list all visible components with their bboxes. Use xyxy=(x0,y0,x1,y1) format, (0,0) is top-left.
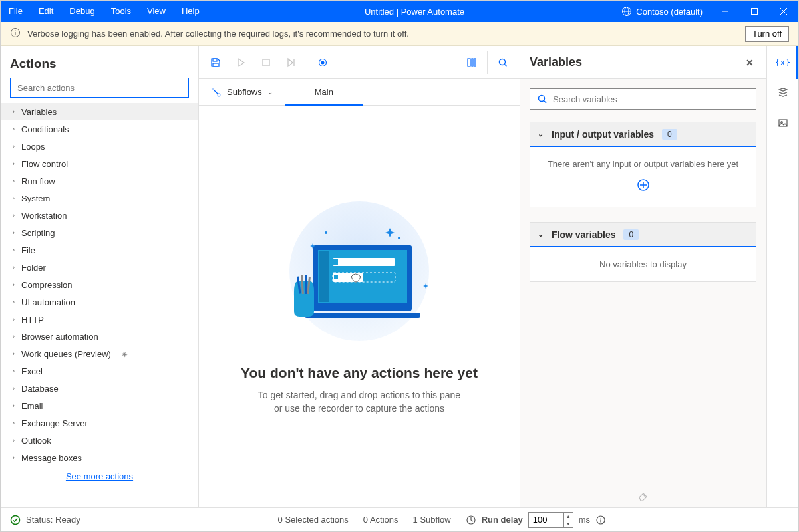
io-variables-body: There aren't any input or output variabl… xyxy=(530,147,756,207)
action-group-work-queues[interactable]: ›Work queues (Preview)◈ xyxy=(1,345,198,362)
chevron-down-icon: ⌄ xyxy=(538,230,544,239)
add-io-variable-button[interactable] xyxy=(537,178,749,195)
flow-variables-body: No variables to display xyxy=(530,247,756,282)
tabs-row: Subflows ⌄ Main xyxy=(199,79,520,106)
svg-rect-10 xyxy=(472,59,473,66)
action-group-ui-automation[interactable]: ›UI automation xyxy=(1,293,198,311)
action-group-run-flow[interactable]: ›Run flow xyxy=(1,172,198,190)
minimize-button[interactable] xyxy=(711,1,740,22)
empty-state-text: To get started, drag and drop actions to… xyxy=(258,389,460,415)
empty-state-illustration xyxy=(273,198,446,346)
menu-tools[interactable]: Tools xyxy=(103,1,139,22)
action-group-excel[interactable]: ›Excel xyxy=(1,362,198,380)
menu-help[interactable]: Help xyxy=(174,1,208,22)
subflows-icon xyxy=(211,87,222,98)
ui-elements-button[interactable] xyxy=(459,46,484,79)
notification-bar: Verbose logging has been enabled. After … xyxy=(1,22,798,46)
action-group-variables[interactable]: ›Variables xyxy=(1,103,198,120)
chevron-right-icon: › xyxy=(13,350,15,357)
info-icon[interactable] xyxy=(595,515,606,525)
close-button[interactable] xyxy=(769,1,798,22)
see-more-actions-link[interactable]: See more actions xyxy=(66,471,133,481)
svg-rect-4 xyxy=(213,59,217,61)
action-group-scripting[interactable]: ›Scripting xyxy=(1,224,198,241)
action-group-workstation[interactable]: ›Workstation xyxy=(1,207,198,224)
menu-debug[interactable]: Debug xyxy=(61,1,102,22)
variables-rail-button[interactable]: {x} xyxy=(772,51,794,72)
maximize-button[interactable] xyxy=(740,1,769,22)
window-title: Untitled | Power Automate xyxy=(208,7,622,17)
svg-rect-18 xyxy=(319,251,329,302)
empty-state-title: You don't have any actions here yet xyxy=(241,365,478,381)
stop-button[interactable] xyxy=(253,46,279,79)
action-group-conditionals[interactable]: ›Conditionals xyxy=(1,120,198,138)
action-group-outlook[interactable]: ›Outlook xyxy=(1,432,198,449)
action-group-message-boxes[interactable]: ›Message boxes xyxy=(1,449,198,466)
tab-main[interactable]: Main xyxy=(285,79,363,106)
clear-variables-button[interactable] xyxy=(520,485,766,507)
run-button[interactable] xyxy=(228,46,253,79)
action-group-database[interactable]: ›Database xyxy=(1,380,198,397)
action-group-loops[interactable]: ›Loops xyxy=(1,138,198,155)
chevron-right-icon: › xyxy=(13,368,15,374)
io-variables-empty-text: There aren't any input or output variabl… xyxy=(537,159,749,169)
variables-panel: Variables ✕ ⌄ Input / output variables 0… xyxy=(520,46,766,507)
turn-off-button[interactable]: Turn off xyxy=(745,26,789,42)
step-button[interactable] xyxy=(279,46,304,79)
status-bar: Status: Ready 0 Selected actions 0 Actio… xyxy=(1,507,798,531)
action-group-exchange-server[interactable]: ›Exchange Server xyxy=(1,414,198,432)
chevron-right-icon: › xyxy=(13,402,15,409)
environment-label: Contoso (default) xyxy=(636,7,703,17)
save-button[interactable] xyxy=(203,46,228,79)
chevron-right-icon: › xyxy=(13,264,15,271)
chevron-right-icon: › xyxy=(13,454,15,461)
action-group-folder[interactable]: ›Folder xyxy=(1,259,198,276)
svg-point-33 xyxy=(325,231,327,234)
close-variables-button[interactable]: ✕ xyxy=(743,55,756,70)
flow-variables-section-header[interactable]: ⌄ Flow variables 0 xyxy=(530,222,756,247)
svg-rect-11 xyxy=(474,59,476,66)
svg-point-8 xyxy=(321,61,325,64)
delay-up-button[interactable]: ▲ xyxy=(564,513,573,520)
chevron-right-icon: › xyxy=(13,212,15,219)
search-flow-button[interactable] xyxy=(490,46,516,79)
action-group-http[interactable]: ›HTTP xyxy=(1,311,198,328)
subflows-dropdown[interactable]: Subflows ⌄ xyxy=(199,79,285,105)
io-variables-section-header[interactable]: ⌄ Input / output variables 0 xyxy=(530,122,756,147)
designer-toolbar xyxy=(199,46,520,79)
action-group-browser-automation[interactable]: ›Browser automation xyxy=(1,328,198,345)
environment-button[interactable]: Contoso (default) xyxy=(621,6,703,17)
chevron-right-icon: › xyxy=(13,437,15,444)
chevron-right-icon: › xyxy=(13,420,15,426)
svg-point-38 xyxy=(11,515,20,524)
svg-point-12 xyxy=(500,59,506,65)
selected-actions-count: 0 Selected actions xyxy=(278,515,349,525)
io-variables-label: Input / output variables xyxy=(552,129,654,140)
menu-view[interactable]: View xyxy=(139,1,174,22)
preview-icon: ◈ xyxy=(122,350,127,358)
action-group-system[interactable]: ›System xyxy=(1,190,198,207)
chevron-right-icon: › xyxy=(13,333,15,340)
flow-variables-count: 0 xyxy=(623,229,639,240)
chevron-right-icon: › xyxy=(13,281,15,288)
search-actions-input[interactable] xyxy=(10,78,189,98)
svg-rect-5 xyxy=(213,63,218,66)
ui-elements-rail-button[interactable] xyxy=(772,82,794,103)
delay-down-button[interactable]: ▼ xyxy=(564,520,573,527)
menu-file[interactable]: File xyxy=(1,1,31,22)
svg-point-34 xyxy=(539,96,545,102)
search-variables-input[interactable] xyxy=(530,88,756,110)
designer-canvas[interactable]: You don't have any actions here yet To g… xyxy=(199,106,520,507)
action-group-compression[interactable]: ›Compression xyxy=(1,276,198,293)
images-rail-button[interactable] xyxy=(772,112,794,134)
action-group-email[interactable]: ›Email xyxy=(1,397,198,414)
recorder-button[interactable] xyxy=(310,46,335,79)
run-delay-input[interactable]: ▲▼ xyxy=(528,512,573,528)
info-icon xyxy=(10,27,21,40)
action-group-file[interactable]: ›File xyxy=(1,241,198,259)
chevron-right-icon: › xyxy=(13,316,15,323)
io-variables-count: 0 xyxy=(662,129,677,140)
svg-rect-24 xyxy=(305,313,420,318)
action-group-flow-control[interactable]: ›Flow control xyxy=(1,155,198,172)
menu-edit[interactable]: Edit xyxy=(31,1,61,22)
